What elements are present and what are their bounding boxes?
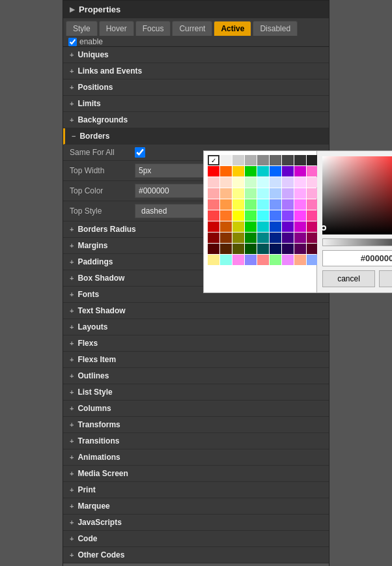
swatch-cell[interactable]: [270, 166, 281, 177]
swatch-cell[interactable]: [257, 221, 269, 232]
tab-style[interactable]: Style: [66, 21, 98, 36]
swatch-cell[interactable]: [232, 188, 244, 199]
section-layouts[interactable]: + Layouts: [63, 319, 329, 335]
swatch-cell[interactable]: [220, 188, 232, 199]
tab-focus[interactable]: Focus: [135, 21, 171, 36]
swatch-cell[interactable]: [232, 233, 244, 243]
section-positions[interactable]: + Positions: [63, 79, 329, 96]
section-borders[interactable]: − Borders: [63, 128, 329, 145]
swatch-cell[interactable]: [294, 199, 306, 210]
swatch-cell[interactable]: [282, 221, 294, 232]
swatch-cell[interactable]: [245, 155, 257, 165]
section-outlines[interactable]: + Outlines: [63, 368, 329, 384]
swatch-cell[interactable]: [270, 177, 281, 188]
swatch-cell[interactable]: [282, 177, 294, 188]
swatch-cell[interactable]: [282, 244, 294, 254]
swatch-cell[interactable]: [220, 199, 232, 210]
section-animations[interactable]: + Animations: [63, 449, 329, 466]
swatch-cell[interactable]: [257, 155, 269, 165]
swatch-cell[interactable]: [208, 166, 219, 177]
swatch-cell[interactable]: [257, 166, 269, 177]
swatch-cell[interactable]: [257, 255, 269, 265]
swatch-cell[interactable]: [270, 199, 281, 210]
swatch-cell[interactable]: [220, 155, 232, 165]
enable-checkbox-label[interactable]: enable: [68, 37, 103, 46]
swatch-cell[interactable]: [282, 199, 294, 210]
swatch-cell[interactable]: [220, 221, 232, 232]
swatch-cell[interactable]: [208, 199, 219, 210]
swatch-cell[interactable]: [220, 255, 232, 265]
section-limits[interactable]: + Limits: [63, 96, 329, 112]
swatch-cell[interactable]: [220, 166, 232, 177]
swatch-cell[interactable]: [282, 188, 294, 199]
swatch-cell[interactable]: [220, 244, 232, 254]
swatch-cell[interactable]: [294, 255, 306, 265]
swatch-cell[interactable]: [270, 221, 281, 232]
tab-disabled[interactable]: Disabled: [253, 21, 298, 36]
swatch-cell[interactable]: [294, 221, 306, 232]
section-flexs[interactable]: + Flexs: [63, 335, 329, 352]
section-backgrounds[interactable]: + Backgrounds: [63, 112, 329, 128]
swatch-cell[interactable]: [232, 221, 244, 232]
swatch-cell[interactable]: [208, 177, 219, 188]
swatch-cell[interactable]: [294, 177, 306, 188]
swatch-cell[interactable]: [294, 188, 306, 199]
swatch-cell[interactable]: [232, 177, 244, 188]
swatch-cell[interactable]: [208, 188, 219, 199]
swatch-cell[interactable]: [232, 255, 244, 265]
swatch-cell[interactable]: [208, 221, 219, 232]
enable-checkbox[interactable]: [68, 38, 77, 46]
swatch-cell[interactable]: [282, 210, 294, 221]
swatch-cell[interactable]: [245, 177, 257, 188]
swatch-cell[interactable]: [232, 155, 244, 165]
section-columns[interactable]: + Columns: [63, 401, 329, 417]
swatch-cell[interactable]: [245, 199, 257, 210]
section-other-codes[interactable]: + Other Codes: [63, 547, 329, 563]
swatch-cell[interactable]: [270, 188, 281, 199]
cancel-button[interactable]: cancel: [322, 270, 375, 287]
tab-active[interactable]: Active: [214, 21, 251, 36]
swatch-cell[interactable]: [208, 255, 219, 265]
swatch-cell[interactable]: [294, 166, 306, 177]
swatch-cell[interactable]: [208, 244, 219, 254]
section-code[interactable]: + Code: [63, 531, 329, 547]
ok-button[interactable]: ok: [379, 270, 392, 287]
swatch-cell[interactable]: [232, 210, 244, 221]
color-gradient-area[interactable]: [322, 156, 392, 234]
section-javascripts[interactable]: + JavaScripts: [63, 515, 329, 531]
swatch-cell[interactable]: [232, 166, 244, 177]
swatch-cell[interactable]: [257, 177, 269, 188]
section-links[interactable]: + Links and Events: [63, 63, 329, 79]
section-uniques[interactable]: + Uniques: [63, 47, 329, 63]
swatch-cell[interactable]: [282, 233, 294, 243]
tab-hover[interactable]: Hover: [99, 21, 134, 36]
hex-color-input[interactable]: [322, 250, 392, 266]
swatch-cell[interactable]: [208, 233, 219, 243]
swatch-cell[interactable]: [282, 255, 294, 265]
swatch-cell[interactable]: [220, 210, 232, 221]
section-marquee[interactable]: + Marquee: [63, 498, 329, 515]
swatch-cell[interactable]: [245, 255, 257, 265]
swatch-cell[interactable]: [294, 244, 306, 254]
section-transitions[interactable]: + Transitions: [63, 433, 329, 449]
section-print[interactable]: + Print: [63, 482, 329, 498]
swatch-cell[interactable]: [220, 233, 232, 243]
swatch-cell[interactable]: [270, 233, 281, 243]
swatch-checked[interactable]: ✓: [208, 155, 219, 165]
swatch-cell[interactable]: [294, 210, 306, 221]
swatch-cell[interactable]: [282, 155, 294, 165]
swatch-cell[interactable]: [257, 210, 269, 221]
swatch-cell[interactable]: [294, 233, 306, 243]
swatch-cell[interactable]: [245, 188, 257, 199]
swatch-cell[interactable]: [270, 210, 281, 221]
swatch-cell[interactable]: [245, 166, 257, 177]
section-text-shadow[interactable]: + Text Shadow: [63, 303, 329, 319]
swatch-cell[interactable]: [257, 199, 269, 210]
swatch-cell[interactable]: [257, 188, 269, 199]
section-media-screen[interactable]: + Media Screen: [63, 466, 329, 482]
swatch-cell[interactable]: [208, 210, 219, 221]
swatch-cell[interactable]: [294, 155, 306, 165]
tab-current[interactable]: Current: [172, 21, 212, 36]
swatch-cell[interactable]: [257, 244, 269, 254]
swatch-cell[interactable]: [270, 255, 281, 265]
